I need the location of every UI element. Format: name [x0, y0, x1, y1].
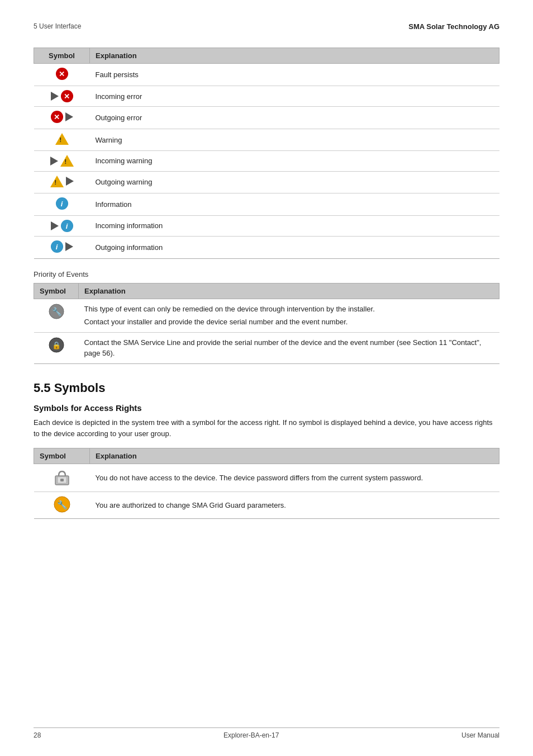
table-row: 🔒 Contact the SMA Service Line and provi… — [34, 332, 499, 363]
arrow-icon — [51, 92, 59, 101]
table-row: Incoming error — [34, 86, 499, 107]
symbol-outgoing-error — [34, 107, 90, 129]
symbol-sma-service: 🔒 — [34, 332, 79, 363]
access-rights-body: Each device is depicted in the system tr… — [34, 417, 499, 441]
page-footer: 28 Explorer-BA-en-17 User Manual — [34, 727, 499, 739]
warning-icon — [55, 133, 69, 145]
table1-header-symbol: Symbol — [34, 48, 90, 64]
explanation-incoming-error: Incoming error — [90, 86, 499, 107]
symbol-installer: 🔧 — [34, 299, 79, 332]
explanation-grid-guard: You are authorized to change SMA Grid Gu… — [90, 492, 499, 519]
symbol-incoming-information — [34, 215, 90, 236]
explanation-installer: This type of event can only be remedied … — [79, 299, 499, 332]
symbols-access-rights-subheading: Symbols for Access Rights — [34, 403, 499, 413]
symbol-outgoing-warning — [34, 171, 90, 193]
page-header: 5 User Interface SMA Solar Technology AG — [34, 22, 499, 31]
priority-events-table: Symbol Explanation 🔧 This type of event … — [34, 283, 499, 364]
table-row: Information — [34, 193, 499, 215]
arrow-icon — [51, 221, 59, 230]
error-icon — [51, 111, 63, 123]
symbol-outgoing-information — [34, 236, 90, 258]
table-row: Fault persists — [34, 64, 499, 86]
explanation-outgoing-warning: Outgoing warning — [90, 171, 499, 193]
grid-guard-icon: 🔧 — [53, 496, 72, 513]
table-row: 🔧 You are authorized to change SMA Grid … — [34, 492, 499, 519]
table-row: Warning — [34, 129, 499, 151]
symbol-grid-guard: 🔧 — [34, 492, 90, 519]
table-row: Outgoing information — [34, 236, 499, 258]
symbol-incoming-warning — [34, 151, 90, 172]
explanation-lock: You do not have access to the device. Th… — [90, 464, 499, 492]
table3-header-explanation: Explanation — [90, 448, 499, 464]
error-icon — [61, 90, 73, 102]
table-row: Outgoing warning — [34, 171, 499, 193]
explanation-outgoing-information: Outgoing information — [90, 236, 499, 258]
symbol-information — [34, 193, 90, 215]
table-row: Incoming warning — [34, 151, 499, 172]
explanation-warning: Warning — [90, 129, 499, 151]
explanation-information: Information — [90, 193, 499, 215]
explanation-sma-service: Contact the SMA Service Line and provide… — [79, 332, 499, 363]
lock-icon — [53, 468, 71, 486]
footer-document-id: Explorer-BA-en-17 — [41, 731, 461, 739]
installer-icon: 🔧 — [49, 304, 64, 319]
arrow-icon — [65, 112, 73, 121]
table1-header-explanation: Explanation — [90, 48, 499, 64]
error-icon — [56, 68, 68, 80]
explanation-outgoing-error: Outgoing error — [90, 107, 499, 129]
symbol-warning — [34, 129, 90, 151]
warning-icon — [60, 155, 74, 167]
explanation-incoming-warning: Incoming warning — [90, 151, 499, 172]
explanation-fault-persists: Fault persists — [90, 64, 499, 86]
table-row: 🔧 This type of event can only be remedie… — [34, 299, 499, 332]
table2-header-symbol: Symbol — [34, 283, 79, 299]
symbol-lock — [34, 464, 90, 492]
svg-text:🔧: 🔧 — [51, 307, 61, 316]
access-rights-table: Symbol Explanation You do not have acces… — [34, 448, 499, 519]
page: 5 User Interface SMA Solar Technology AG… — [0, 0, 533, 756]
header-right: SMA Solar Technology AG — [408, 22, 499, 31]
table2-header-explanation: Explanation — [79, 283, 499, 299]
footer-manual-type: User Manual — [461, 731, 499, 739]
info-icon — [51, 240, 63, 253]
footer-page-number: 28 — [34, 731, 41, 739]
section-55-heading: 5.5 Symbols — [34, 381, 499, 395]
arrow-icon — [50, 157, 58, 166]
symbol-incoming-error — [34, 86, 90, 107]
warning-icon — [50, 176, 64, 187]
status-symbols-table: Symbol Explanation Fault persists — [34, 48, 499, 259]
svg-text:🔧: 🔧 — [56, 500, 67, 510]
table-row: Incoming information — [34, 215, 499, 236]
explanation-incoming-information: Incoming information — [90, 215, 499, 236]
info-icon — [61, 220, 73, 232]
symbol-fault-persists — [34, 64, 90, 86]
svg-rect-6 — [60, 479, 64, 481]
table-row: Outgoing error — [34, 107, 499, 129]
sma-service-icon: 🔒 — [49, 337, 64, 353]
header-left: 5 User Interface — [34, 22, 81, 30]
priority-label: Priority of Events — [34, 270, 499, 278]
table-row: You do not have access to the device. Th… — [34, 464, 499, 492]
svg-text:🔒: 🔒 — [52, 341, 61, 350]
arrow-icon — [65, 242, 73, 251]
table3-header-symbol: Symbol — [34, 448, 90, 464]
arrow-icon — [66, 177, 74, 186]
info-icon — [56, 197, 68, 210]
